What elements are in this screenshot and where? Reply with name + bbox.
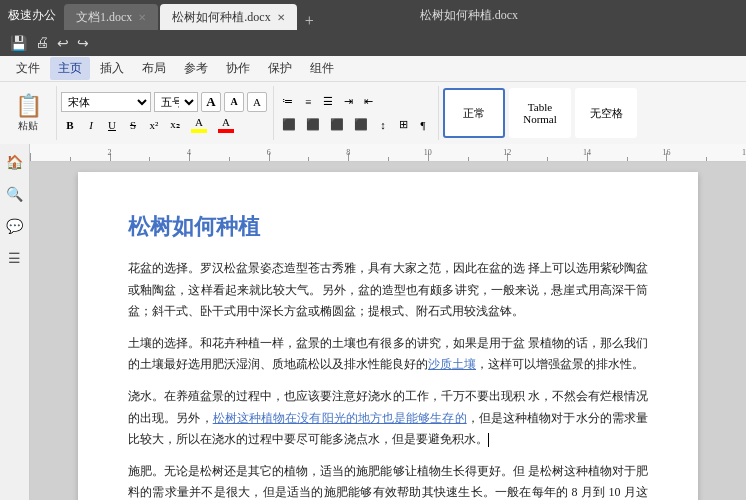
font-size-select[interactable]: 五号 bbox=[154, 92, 198, 112]
style-table-normal-button[interactable]: Table Normal bbox=[509, 88, 571, 138]
font-family-select[interactable]: 宋体 bbox=[61, 92, 151, 112]
indent-increase-button[interactable]: ⇥ bbox=[339, 92, 357, 112]
link-sandy-soil[interactable]: 沙质土壤 bbox=[428, 357, 476, 371]
ribbon-group-clipboard: 📋 粘贴 bbox=[6, 86, 57, 140]
ribbon-group-styles: 正常 Table Normal 无空格 bbox=[443, 86, 643, 140]
font-size-down-icon: A bbox=[230, 96, 237, 107]
paragraph-4: 施肥。无论是松树还是其它的植物，适当的施肥能够让植物生长得更好。但 是松树这种植… bbox=[128, 461, 648, 500]
document-title: 松树如何种植 bbox=[128, 212, 648, 242]
strikethrough-button[interactable]: S bbox=[124, 115, 142, 135]
qa-print-icon[interactable]: 🖨 bbox=[35, 35, 49, 51]
font-size-down-button[interactable]: A bbox=[224, 92, 244, 112]
borders-button[interactable]: ⊞ bbox=[394, 115, 412, 135]
style-table-normal-label: Table Normal bbox=[511, 101, 569, 125]
title-bar: 极速办公 文档1.docx ✕ 松树如何种植.docx ✕ + 松树如何种植.d… bbox=[0, 0, 746, 30]
style-no-spacing-label: 无空格 bbox=[590, 106, 623, 121]
qa-redo-icon[interactable]: ↪ bbox=[77, 35, 89, 52]
menu-component[interactable]: 组件 bbox=[302, 57, 342, 80]
list-number-button[interactable]: ≡ bbox=[299, 92, 317, 112]
font-color-icon: A bbox=[222, 116, 230, 128]
list-outline-button[interactable]: ☰ bbox=[319, 92, 337, 112]
highlight-icon: A bbox=[195, 116, 203, 128]
sidebar-home-icon[interactable]: 🏠 bbox=[3, 150, 27, 174]
paragraph-3: 浇水。在养殖盆景的过程中，也应该要注意好浇水的工作，千万不要出现积 水，不然会有… bbox=[128, 386, 648, 451]
document-page: 松树如何种植 花盆的选择。罗汉松盆景姿态造型苍古秀雅，具有大家之范，因此在盆的选… bbox=[78, 172, 698, 500]
menu-home[interactable]: 主页 bbox=[50, 57, 90, 80]
bold-button[interactable]: B bbox=[61, 115, 79, 135]
para-mark-button[interactable]: ¶ bbox=[414, 115, 432, 135]
highlight-button[interactable]: A bbox=[187, 115, 211, 135]
superscript-button[interactable]: x² bbox=[145, 115, 163, 135]
paste-icon: 📋 bbox=[15, 93, 42, 119]
qa-undo-icon[interactable]: ↩ bbox=[57, 35, 69, 52]
font-size-up-icon: A bbox=[206, 94, 215, 110]
paragraph-1: 花盆的选择。罗汉松盆景姿态造型苍古秀雅，具有大家之范，因此在盆的选 择上可以选用… bbox=[128, 258, 648, 323]
align-center-button[interactable]: ⬛ bbox=[302, 115, 324, 135]
align-right-button[interactable]: ⬛ bbox=[326, 115, 348, 135]
list-bullet-button[interactable]: ≔ bbox=[278, 92, 297, 112]
paragraph-2: 土壤的选择。和花卉种植一样，盆景的土壤也有很多的讲究，如果是用于盆 景植物的话，… bbox=[128, 333, 648, 376]
link-pine-survival[interactable]: 松树这种植物在没有阳光的地方也是能够生存的 bbox=[213, 411, 467, 425]
tab-doc1[interactable]: 文档1.docx ✕ bbox=[64, 4, 158, 30]
tab-doc1-label: 文档1.docx bbox=[76, 9, 132, 26]
align-justify-button[interactable]: ⬛ bbox=[350, 115, 372, 135]
left-sidebar: 🏠 🔍 💬 ☰ bbox=[0, 144, 30, 500]
sidebar-search-icon[interactable]: 🔍 bbox=[3, 182, 27, 206]
style-no-spacing-button[interactable]: 无空格 bbox=[575, 88, 637, 138]
sidebar-nav-icon[interactable]: ☰ bbox=[3, 246, 27, 270]
paste-label: 粘贴 bbox=[18, 119, 38, 133]
menu-bar: 文件 主页 插入 布局 参考 协作 保护 组件 bbox=[0, 56, 746, 82]
paste-button[interactable]: 📋 粘贴 bbox=[6, 88, 50, 138]
menu-reference[interactable]: 参考 bbox=[176, 57, 216, 80]
indent-decrease-button[interactable]: ⇤ bbox=[359, 92, 377, 112]
ribbon-group-paragraph: ≔ ≡ ☰ ⇥ ⇤ ⬛ ⬛ ⬛ ⬛ ↕ ⊞ ¶ bbox=[278, 86, 439, 140]
ruler: 24681012141618 bbox=[30, 144, 746, 162]
ribbon-group-font: 宋体 五号 A A A B I U S x² bbox=[61, 86, 274, 140]
document-area[interactable]: 松树如何种植 花盆的选择。罗汉松盆景姿态造型苍古秀雅，具有大家之范，因此在盆的选… bbox=[30, 162, 746, 500]
brand-label: 极速办公 bbox=[8, 7, 56, 24]
menu-insert[interactable]: 插入 bbox=[92, 57, 132, 80]
style-normal-button[interactable]: 正常 bbox=[443, 88, 505, 138]
ribbon: 📋 粘贴 宋体 五号 A A A bbox=[0, 82, 746, 145]
subscript-button[interactable]: x₂ bbox=[166, 115, 184, 135]
menu-file[interactable]: 文件 bbox=[8, 57, 48, 80]
font-color-bar bbox=[218, 129, 234, 133]
menu-layout[interactable]: 布局 bbox=[134, 57, 174, 80]
window-title: 松树如何种植.docx bbox=[200, 7, 738, 24]
line-spacing-button[interactable]: ↕ bbox=[374, 115, 392, 135]
qa-save-icon[interactable]: 💾 bbox=[10, 35, 27, 52]
quick-access-bar: 💾 🖨 ↩ ↪ bbox=[0, 30, 746, 56]
highlight-color-bar bbox=[191, 129, 207, 133]
text-cursor bbox=[488, 433, 489, 447]
italic-button[interactable]: I bbox=[82, 115, 100, 135]
underline-button[interactable]: U bbox=[103, 115, 121, 135]
font-size-up-button[interactable]: A bbox=[201, 92, 221, 112]
align-left-button[interactable]: ⬛ bbox=[278, 115, 300, 135]
sidebar-comment-icon[interactable]: 💬 bbox=[3, 214, 27, 238]
clear-format-button[interactable]: A bbox=[247, 92, 267, 112]
tab-doc1-close[interactable]: ✕ bbox=[138, 12, 146, 23]
menu-collaborate[interactable]: 协作 bbox=[218, 57, 258, 80]
style-normal-label: 正常 bbox=[463, 106, 485, 121]
clear-format-icon: A bbox=[253, 96, 261, 108]
menu-protect[interactable]: 保护 bbox=[260, 57, 300, 80]
font-color-button[interactable]: A bbox=[214, 115, 238, 135]
